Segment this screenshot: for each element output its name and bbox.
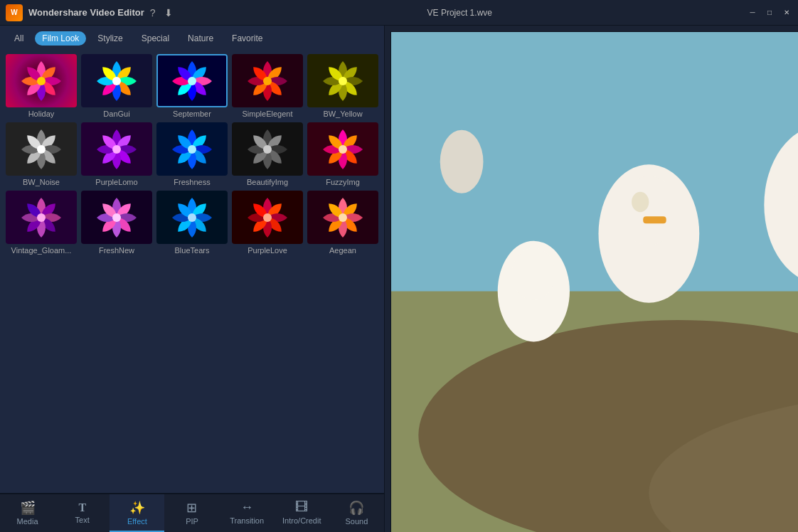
- svg-point-8: [263, 145, 272, 154]
- filter-tab-special[interactable]: Special: [134, 31, 176, 46]
- tab-sound[interactable]: 🎧 Sound: [329, 494, 384, 532]
- preview-content: [391, 32, 798, 532]
- maximize-button[interactable]: □: [764, 7, 775, 18]
- svg-point-11: [112, 213, 121, 222]
- pip-icon: ⊞: [186, 500, 197, 516]
- filter-label-holiday: Holiday: [28, 110, 55, 118]
- filter-thumb-aegean: [307, 191, 378, 244]
- filter-item-september[interactable]: September: [156, 54, 228, 118]
- left-panel: All Film Look Stylize Special Nature Fav…: [0, 26, 385, 532]
- preview-area: [390, 31, 798, 532]
- filter-item-beautifyimg[interactable]: BeautifyImg: [232, 122, 303, 186]
- svg-point-35: [440, 130, 484, 193]
- bottom-tabs: 🎬 Media T Text ✨ Effect ⊞ PIP ↔ Transiti…: [0, 493, 384, 532]
- svg-rect-26: [643, 216, 666, 223]
- filter-label-beautifyimg: BeautifyImg: [247, 178, 288, 186]
- filter-tab-filmlook[interactable]: Film Look: [35, 31, 86, 46]
- filter-item-holiday[interactable]: Holiday: [6, 54, 77, 118]
- filter-label-simpleelegent: SimpleElegent: [243, 110, 293, 118]
- filter-tab-all[interactable]: All: [7, 31, 31, 46]
- svg-point-0: [37, 77, 46, 85]
- window-controls: ─ □ ✕: [747, 7, 792, 18]
- tab-effect[interactable]: ✨ Effect: [110, 494, 164, 532]
- filter-label-bwyellow: BW_Yellow: [323, 110, 362, 118]
- svg-point-7: [188, 145, 196, 154]
- filter-item-fuzzyimg[interactable]: FuzzyImg: [307, 122, 378, 186]
- svg-point-32: [512, 248, 555, 300]
- filter-label-bluetears: BlueTears: [175, 246, 210, 255]
- tab-transition[interactable]: ↔ Transition: [220, 494, 275, 532]
- transition-icon: ↔: [240, 500, 253, 515]
- svg-point-13: [263, 213, 272, 222]
- tab-media[interactable]: 🎬 Media: [0, 494, 55, 532]
- filter-item-bluetears[interactable]: BlueTears: [156, 191, 228, 255]
- svg-point-24: [620, 176, 678, 245]
- filter-item-freshness[interactable]: Freshness: [156, 122, 228, 186]
- tab-text[interactable]: T Text: [55, 494, 110, 532]
- sound-icon: 🎧: [349, 500, 364, 516]
- filter-thumb-bwnoise: [6, 122, 77, 176]
- filter-thumb-freshness: [156, 122, 228, 176]
- filter-item-aegean[interactable]: Aegean: [307, 191, 378, 255]
- tab-sound-label: Sound: [346, 517, 368, 526]
- filter-label-freshness: Freshness: [174, 178, 210, 186]
- filter-thumb-beautifyimg: [232, 122, 303, 176]
- svg-point-14: [339, 213, 347, 222]
- filter-item-purplelove[interactable]: PurpleLove: [232, 191, 303, 255]
- svg-point-3: [263, 77, 272, 85]
- tab-transition-label: Transition: [230, 516, 264, 525]
- filter-grid-wrapper: Holiday: [0, 51, 384, 493]
- text-icon: T: [78, 501, 86, 514]
- filter-grid: Holiday: [6, 54, 378, 255]
- tab-media-label: Media: [17, 517, 38, 526]
- filter-thumb-simpleelegent: [232, 54, 303, 107]
- titlebar-left: W Wondershare Video Editor ? ⬇: [6, 4, 173, 21]
- filter-item-freshnew[interactable]: FreshNew: [81, 191, 152, 255]
- help-icon[interactable]: ?: [150, 7, 156, 18]
- effect-icon: ✨: [129, 500, 145, 516]
- filter-item-vintagegloam[interactable]: Vintage_Gloam...: [6, 191, 77, 255]
- filter-label-freshnew: FreshNew: [99, 246, 134, 255]
- filter-label-fuzzyimg: FuzzyImg: [326, 178, 360, 186]
- filter-tab-favorite[interactable]: Favorite: [225, 31, 270, 46]
- filter-thumb-september: [156, 54, 228, 107]
- filter-item-bwyellow[interactable]: BW_Yellow: [307, 54, 378, 118]
- app-logo: W: [6, 4, 23, 21]
- titlebar-icons: ? ⬇: [150, 7, 173, 18]
- download-icon[interactable]: ⬇: [164, 7, 173, 18]
- main-container: All Film Look Stylize Special Nature Fav…: [0, 26, 798, 532]
- svg-point-1: [112, 77, 121, 85]
- filter-thumb-fuzzyimg: [307, 122, 378, 176]
- filter-thumb-bluetears: [156, 191, 228, 244]
- tab-pip-label: PIP: [186, 517, 198, 526]
- close-button[interactable]: ✕: [781, 7, 792, 18]
- tab-pip[interactable]: ⊞ PIP: [164, 494, 219, 532]
- titlebar: W Wondershare Video Editor ? ⬇ VE Projec…: [0, 0, 798, 26]
- filter-tab-nature[interactable]: Nature: [181, 31, 220, 46]
- right-panel: ⏮ ▶ ⏭ ⏹ 🔊 00:00:12 / 00:00:30 📷 ⛶: [385, 26, 798, 532]
- filter-label-dangui: DanGui: [103, 110, 129, 118]
- preview-video: [391, 32, 798, 532]
- filter-thumb-dangui: [81, 54, 152, 107]
- svg-point-10: [37, 213, 46, 222]
- minimize-button[interactable]: ─: [747, 7, 758, 18]
- filter-item-dangui[interactable]: DanGui: [81, 54, 152, 118]
- filter-item-bwnoise[interactable]: BW_Noise: [6, 122, 77, 186]
- filter-thumb-holiday: [6, 54, 77, 107]
- filter-thumb-vintagegloam: [6, 191, 77, 244]
- filter-label-september: September: [173, 110, 211, 118]
- filter-item-simpleelegent[interactable]: SimpleElegent: [232, 54, 303, 118]
- filter-tab-stylize[interactable]: Stylize: [90, 31, 129, 46]
- filter-label-purplelove: PurpleLove: [248, 246, 287, 255]
- project-title: VE Project 1.wve: [427, 8, 492, 18]
- filter-thumb-freshnew: [81, 191, 152, 244]
- media-icon: 🎬: [20, 500, 36, 516]
- filter-thumb-purplelomo: [81, 122, 152, 176]
- filter-item-purplelomo[interactable]: PurpleLomo: [81, 122, 152, 186]
- filter-label-vintagegloam: Vintage_Gloam...: [11, 246, 72, 255]
- filter-tabs: All Film Look Stylize Special Nature Fav…: [0, 26, 384, 51]
- app-title: Wondershare Video Editor: [28, 7, 144, 18]
- tab-intro-credit[interactable]: 🎞 Intro/Credit: [275, 494, 329, 532]
- tab-text-label: Text: [75, 516, 90, 524]
- filter-label-purplelomo: PurpleLomo: [95, 178, 137, 186]
